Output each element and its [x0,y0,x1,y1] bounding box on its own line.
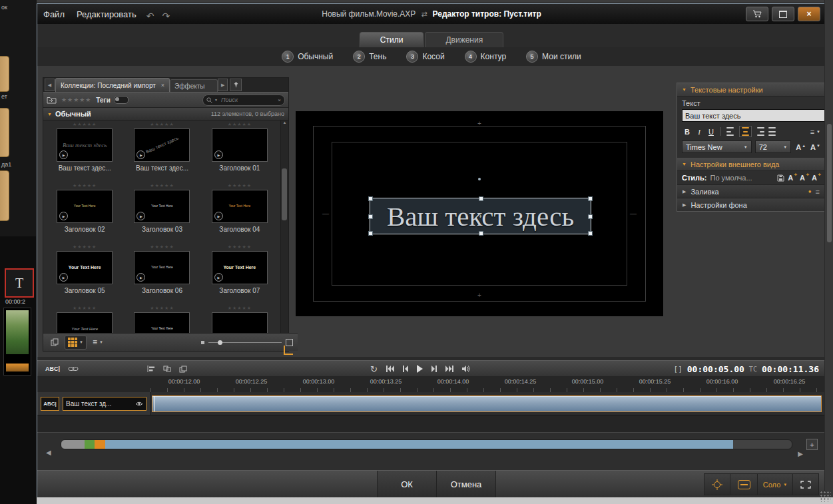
play-icon[interactable]: ▶ [59,212,68,220]
list-view-button[interactable]: ≡ ▼ [90,336,106,349]
grid-view-dropdown-icon[interactable]: ▼ [79,340,83,344]
library-item[interactable]: ★★★★★ Your Text Here ▶ Заголовок 02 [46,183,123,244]
video-clip-thumbnail[interactable] [3,308,31,376]
visibility-eye-icon[interactable] [135,401,143,407]
previous-frame-icon[interactable] [402,366,409,372]
library-item[interactable]: ★★★★★ Your Text Here ▶ [123,306,200,333]
save-style-icon[interactable] [777,174,784,182]
play-icon[interactable]: ▶ [59,150,68,159]
navigator-scrollbar[interactable] [61,439,792,449]
preview-canvas[interactable]: + + — — Ваш текст здесь + [296,111,663,316]
skip-start-icon[interactable] [386,366,395,372]
text-flow-button[interactable]: ≡ ▼ [810,128,820,136]
motion-target-button[interactable] [704,474,730,495]
resize-handle[interactable] [588,214,593,219]
search-clear-icon[interactable]: × [278,97,281,103]
add-face-style-icon[interactable]: A+ [788,174,796,182]
title-clip-bar[interactable] [152,395,822,412]
play-icon[interactable]: ▶ [214,212,223,220]
slider-knob[interactable] [218,340,222,345]
library-scrollbar[interactable]: ▲ [280,121,288,333]
underline-button[interactable]: U [706,126,716,137]
loop-icon[interactable]: ↻ [370,364,378,374]
cancel-button[interactable]: Отмена [436,471,496,497]
zoom-slider[interactable] [208,340,282,346]
menu-edit[interactable]: Редактировать [71,9,142,19]
volume-icon[interactable] [461,365,471,373]
resize-grip[interactable] [819,490,831,502]
fill-options-icon[interactable]: ≡ [816,188,820,196]
align-justify-icon[interactable] [767,126,780,137]
timeline-ruler[interactable]: 00:00:12.00 00:00:12.25 00:00:13.00 00:0… [37,376,826,393]
play-icon[interactable]: ▶ [137,212,145,220]
shop-cart-button[interactable] [746,7,768,21]
background-scrollbar-thumb[interactable] [827,124,832,242]
play-icon[interactable]: ▶ [59,273,68,282]
library-item[interactable]: ★★★★★ Your Text Here ▶ [46,306,123,333]
rating-stars[interactable]: ★★★★★ [228,306,252,312]
style-thumbnail[interactable]: ▶ [212,128,268,162]
category-normal[interactable]: 1 Обычный [282,51,333,63]
decrease-font-button[interactable]: A ▼ [810,143,820,151]
rating-filter-stars[interactable]: ★★★★★ [61,97,91,103]
play-icon[interactable]: ▶ [137,150,145,159]
resize-handle[interactable] [588,231,593,236]
play-icon[interactable]: ▶ [214,273,223,282]
rating-stars[interactable]: ★★★★★ [73,183,97,190]
style-thumbnail[interactable]: Your Text Here ▶ [57,190,113,223]
group-objects-icon[interactable] [163,366,171,372]
align-center-icon[interactable] [739,126,752,137]
style-thumbnail[interactable]: Your Text Here ▶ [57,251,113,284]
font-size-select[interactable]: 72 ▼ [755,140,791,153]
style-thumbnail[interactable]: Your Text Here ▶ [57,312,113,333]
scroll-up-icon[interactable]: ▲ [281,121,288,125]
text-settings-header[interactable]: ▼ Текстовые настройки [677,83,825,97]
category-slant[interactable]: 3 Косой [406,51,444,63]
add-shadow-style-icon[interactable]: A+ [812,174,820,182]
title-clip-icon[interactable]: T [5,268,34,298]
playhead[interactable] [154,396,155,411]
play-button[interactable] [416,365,423,373]
tab-scroll-right-icon[interactable]: ▶ [218,79,228,91]
rating-stars[interactable]: ★★★★★ [150,244,174,251]
resize-handle[interactable] [368,196,373,201]
scroll-right-icon[interactable]: ▶ [798,450,803,457]
style-thumbnail[interactable]: Your Text Here ▶ [212,190,268,223]
library-item[interactable]: ★★★★★ ▶ [201,306,278,333]
italic-button[interactable]: I [694,126,704,137]
resize-handle[interactable] [368,231,373,236]
rating-stars[interactable]: ★★★★★ [150,306,174,312]
library-item[interactable]: ★★★★★ Ваш текст здесь ▶ Ваш текст здес..… [123,122,200,183]
ok-button[interactable]: ОК [377,471,437,497]
tab-motions[interactable]: Движения [425,32,503,47]
rating-stars[interactable]: ★★★★★ [228,244,252,251]
category-outline[interactable]: 4 Контур [465,51,506,63]
fullscreen-button[interactable] [793,474,818,495]
resize-handle[interactable] [479,196,483,201]
pin-icon[interactable] [230,79,242,91]
tags-toggle[interactable] [114,96,129,104]
scrollbar-thumb[interactable] [282,168,287,220]
media-thumbnail[interactable] [0,56,9,92]
library-item[interactable]: ★★★★★ Your Text Here ▶ Заголовок 05 [46,244,123,306]
add-edge-style-icon[interactable]: A+ [800,174,808,182]
align-left-icon[interactable] [725,126,738,137]
next-frame-icon[interactable] [431,366,437,372]
style-thumbnail[interactable]: Your Text Here ▶ [212,251,268,284]
resize-handle[interactable] [588,196,593,201]
tab-close-icon[interactable]: × [161,82,164,89]
library-group-header[interactable]: ▼ Обычный 112 элементов, 0 выбрано [43,108,288,121]
background-section-row[interactable]: ▶ Настройки фона [677,198,825,211]
play-icon[interactable]: ▶ [214,150,223,159]
order-objects-icon[interactable] [179,366,187,373]
library-tab-effects[interactable]: Эффекты [170,79,218,92]
library-item[interactable]: ★★★★★ Your Text Here ▶ Заголовок 07 [201,244,278,306]
zoom-small-icon[interactable] [201,341,204,344]
rating-stars[interactable]: ★★★★★ [150,122,174,128]
zoom-in-button[interactable]: + [806,439,818,450]
rotation-handle[interactable] [478,178,481,180]
menu-file[interactable]: Файл [37,9,71,19]
bold-button[interactable]: B [682,126,693,137]
skip-end-icon[interactable] [445,366,454,372]
fill-section-row[interactable]: ▶ Заливка ● ≡ [677,184,825,198]
